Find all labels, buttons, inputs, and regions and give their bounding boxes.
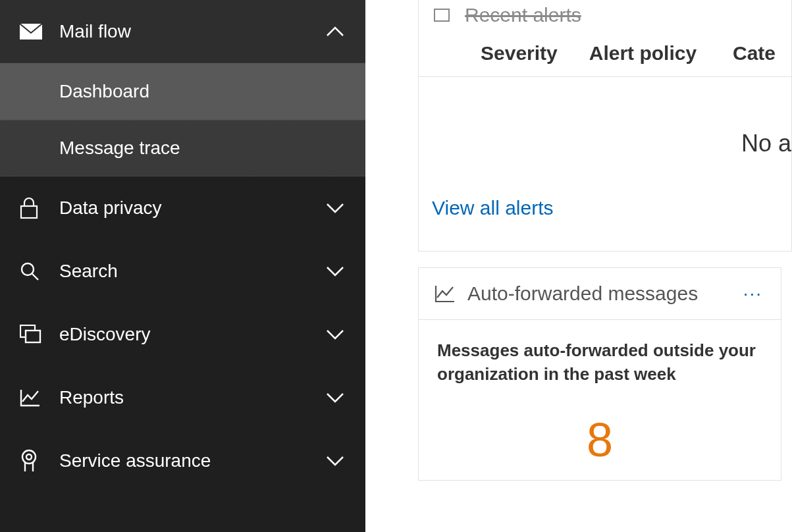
svg-point-7 — [22, 450, 36, 464]
col-alert-policy[interactable]: Alert policy — [589, 42, 697, 65]
search-icon — [20, 261, 59, 281]
col-severity[interactable]: Severity — [481, 42, 558, 65]
card-title: Auto-forwarded messages — [467, 282, 741, 305]
chart-icon — [20, 388, 59, 407]
nav-item-data-privacy[interactable]: Data privacy — [0, 176, 365, 240]
auto-forwarded-count: 8 — [437, 413, 762, 467]
chevron-up-icon — [325, 21, 346, 42]
nav-item-service-assurance[interactable]: Service assurance — [0, 429, 365, 492]
svg-point-2 — [22, 263, 34, 275]
recent-alerts-title: Recent alerts — [465, 4, 581, 26]
card-description: Messages auto-forwarded outside your org… — [437, 338, 762, 386]
card-body: Messages auto-forwarded outside your org… — [419, 320, 781, 480]
nav-label-mail-flow: Mail flow — [59, 21, 325, 42]
main-content: Recent alerts Severity Alert policy Cate… — [365, 0, 792, 532]
chevron-down-icon — [325, 450, 346, 471]
svg-rect-1 — [21, 206, 37, 218]
lock-icon — [20, 197, 59, 219]
svg-line-3 — [32, 274, 38, 280]
chevron-down-icon — [325, 261, 346, 282]
col-category[interactable]: Cate — [733, 42, 776, 65]
nav-label-search: Search — [59, 261, 325, 282]
chart-icon — [435, 284, 467, 303]
nav-sub-label: Message trace — [59, 138, 180, 159]
view-all-alerts-link[interactable]: View all alerts — [432, 197, 791, 219]
sidebar: Mail flow Dashboard Message trace Data p… — [0, 0, 365, 532]
nav-item-search[interactable]: Search — [0, 240, 365, 303]
nav-label-ediscovery: eDiscovery — [59, 324, 325, 345]
ribbon-icon — [20, 449, 59, 473]
svg-rect-5 — [26, 331, 40, 342]
mail-icon — [20, 24, 59, 40]
chevron-down-icon — [325, 198, 346, 219]
nav-sub-dashboard[interactable]: Dashboard — [0, 63, 365, 120]
nav-item-reports[interactable]: Reports — [0, 366, 365, 429]
svg-point-8 — [26, 454, 32, 460]
recent-alerts-title-row: Recent alerts — [419, 0, 791, 26]
bell-icon — [432, 5, 465, 25]
ediscovery-icon — [20, 325, 59, 344]
alerts-empty-text: No a — [419, 77, 791, 157]
chevron-down-icon — [325, 324, 346, 345]
nav-sub-label: Dashboard — [59, 81, 149, 102]
nav-label-reports: Reports — [59, 387, 325, 408]
svg-rect-11 — [435, 9, 449, 21]
alerts-table-header: Severity Alert policy Cate — [419, 26, 791, 77]
chevron-down-icon — [325, 387, 346, 408]
nav-label-service-assurance: Service assurance — [59, 450, 325, 471]
nav-item-mail-flow[interactable]: Mail flow — [0, 0, 365, 63]
nav-item-ediscovery[interactable]: eDiscovery — [0, 303, 365, 366]
nav-sub-message-trace[interactable]: Message trace — [0, 120, 365, 176]
more-options-button[interactable]: ··· — [741, 283, 765, 304]
nav-label-data-privacy: Data privacy — [59, 198, 325, 219]
recent-alerts-panel: Recent alerts Severity Alert policy Cate… — [418, 0, 792, 252]
card-header: Auto-forwarded messages ··· — [419, 268, 781, 320]
auto-forwarded-card: Auto-forwarded messages ··· Messages aut… — [418, 267, 781, 481]
